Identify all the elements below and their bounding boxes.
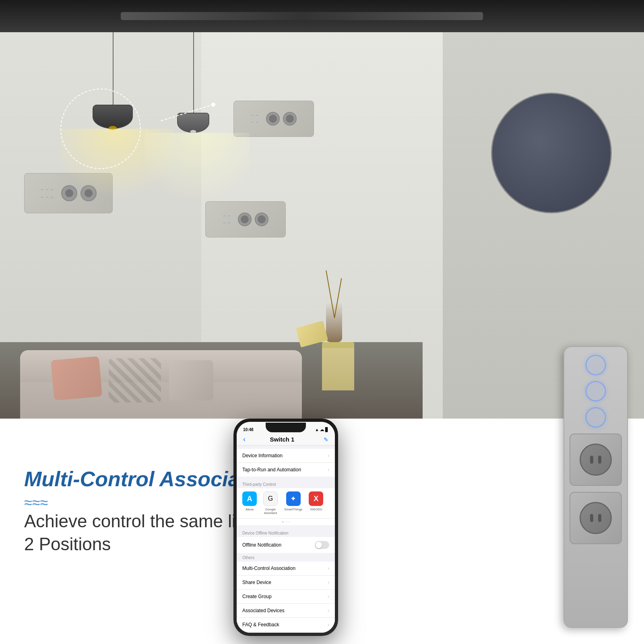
chevron-icon-3: › [328, 566, 329, 571]
touch-button-3[interactable] [586, 407, 606, 427]
phone-screen: 10:48 ▲ ☁ ▊ ‹ Switch 1 ✎ Device Informat… [237, 422, 335, 633]
pillow-3 [169, 360, 213, 400]
phone-outer: 10:48 ▲ ☁ ▊ ‹ Switch 1 ✎ Device Informat… [233, 419, 338, 636]
chevron-icon: › [328, 453, 329, 458]
chevron-icon-5: › [328, 594, 329, 599]
offline-notification-row[interactable]: Offline Notification [237, 537, 335, 553]
phone-nav-bar: ‹ Switch 1 ✎ [237, 433, 335, 446]
third-party-section-header: Third-party Control [237, 480, 335, 488]
outlet-pin-left-2 [590, 514, 593, 522]
tp-icon-google[interactable]: G GoogleAssistant [263, 491, 278, 515]
outlet-unit-2 [570, 492, 622, 544]
outlet-socket-5 [238, 213, 252, 226]
edit-icon[interactable]: ✎ [324, 436, 328, 443]
third-party-section: A Alexa G GoogleAssistant ✦ SmartThings [237, 488, 335, 525]
alexa-label: Alexa [246, 508, 254, 511]
create-group-label: Create Group [242, 594, 272, 599]
room-background: ～～～ ～～～ ～～ ～～ ～～ ～～ [0, 0, 644, 423]
outlet-pin-left [590, 456, 593, 464]
menu-item-faq[interactable]: FAQ & Feedback › [237, 618, 335, 632]
vase [326, 302, 342, 342]
menu-item-tap-run[interactable]: Tap-to-Run and Automation › [237, 463, 335, 477]
tp-icon-xiaodu[interactable]: X XIAODU [309, 491, 323, 515]
outlet-socket-6 [255, 213, 268, 226]
eu-outlet-1 [580, 444, 612, 476]
others-section: Multi-Control Association › Share Device… [237, 561, 335, 632]
back-arrow-icon[interactable]: ‹ [243, 435, 246, 444]
wall-circle-decoration [491, 93, 612, 213]
phone-icons: ▲ ☁ ▊ [315, 427, 328, 432]
menu-item-device-info-label: Device Information [242, 453, 283, 458]
eu-outlet-2 [580, 502, 612, 534]
third-party-icons-row: A Alexa G GoogleAssistant ✦ SmartThings [237, 488, 335, 518]
phone-content: Device Information › Tap-to-Run and Auto… [237, 446, 335, 633]
menu-item-associated[interactable]: Associated Devices › [237, 604, 335, 618]
tp-icon-smartthings[interactable]: ✦ SmartThings [284, 491, 302, 515]
touch-button-2[interactable] [586, 381, 606, 401]
subtitle-line2: 2 Positions [24, 534, 111, 554]
outlet-socket-3 [266, 112, 280, 126]
phone-page-title: Switch 1 [249, 436, 316, 443]
menu-item-multicontrol[interactable]: Multi-Control Association › [237, 561, 335, 576]
multicontrol-label: Multi-Control Association [242, 566, 295, 571]
chevron-icon-2: › [328, 467, 329, 473]
associated-label: Associated Devices [242, 608, 285, 613]
offline-section-header: Device Offline Notification [237, 528, 335, 537]
svg-point-1 [211, 103, 215, 107]
phone-time: 10:48 [243, 427, 254, 432]
pillow-2 [109, 358, 161, 402]
others-section-header: Others [237, 553, 335, 561]
smartthings-label: SmartThings [284, 508, 302, 511]
phone-notch [266, 423, 306, 432]
pillow-1 [51, 356, 102, 400]
touch-button-1[interactable] [586, 355, 606, 375]
faq-label: FAQ & Feedback [242, 622, 279, 627]
outlet-socket-4 [283, 112, 297, 126]
svg-line-0 [161, 105, 213, 121]
xiaodu-label: XIAODU [310, 508, 322, 511]
offline-toggle[interactable] [315, 541, 329, 549]
smart-switch-device [564, 346, 628, 628]
outlet-unit-1 [570, 433, 622, 486]
chevron-icon-4: › [328, 580, 329, 585]
menu-item-create-group[interactable]: Create Group › [237, 590, 335, 604]
phone-mockup: 10:48 ▲ ☁ ▊ ‹ Switch 1 ✎ Device Informat… [233, 419, 338, 636]
smartthings-icon: ✦ [286, 491, 301, 506]
outlet-pin-right-2 [598, 514, 601, 522]
tp-icon-alexa[interactable]: A Alexa [242, 491, 257, 515]
google-label: GoogleAssistant [264, 508, 277, 515]
outlet-pin-right [598, 456, 601, 464]
sofa [20, 350, 302, 423]
menu-section-main: Device Information › Tap-to-Run and Auto… [237, 449, 335, 477]
offline-notification-label: Offline Notification [242, 542, 281, 548]
wave-icon: ≈≈≈ [24, 494, 48, 511]
menu-item-share[interactable]: Share Device › [237, 576, 335, 590]
alexa-icon: A [242, 491, 257, 506]
google-icon: G [263, 491, 278, 506]
xiaodu-icon: X [309, 491, 323, 506]
side-table [322, 342, 354, 390]
chevron-icon-7: › [328, 622, 329, 627]
menu-item-device-info[interactable]: Device Information › [237, 449, 335, 463]
track-light-bar [121, 12, 483, 20]
annotation-line [60, 80, 221, 161]
share-label: Share Device [242, 580, 271, 585]
upper-right-outlet-panel: ～～ ～～ [233, 101, 314, 137]
chevron-icon-6: › [328, 608, 329, 613]
menu-item-tap-run-label: Tap-to-Run and Automation [242, 467, 301, 473]
